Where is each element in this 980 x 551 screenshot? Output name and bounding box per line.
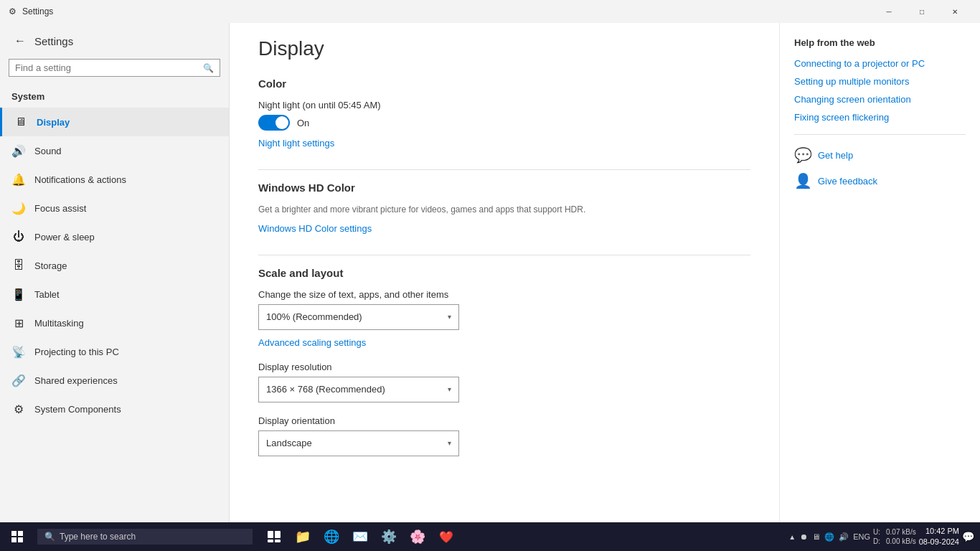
sidebar-header: ← Settings: [0, 23, 229, 56]
app-title: Settings: [22, 6, 53, 17]
orientation-dropdown-arrow: ▾: [448, 439, 451, 447]
language-label: ENG: [853, 532, 870, 541]
notification-icon[interactable]: ❤️: [433, 524, 459, 550]
sidebar-item-components[interactable]: ⚙ System Components: [0, 395, 229, 423]
sidebar-app-title: Settings: [34, 35, 73, 47]
sidebar-item-power[interactable]: ⏻ Power & sleep: [0, 222, 229, 251]
browser-icon[interactable]: 🌐: [319, 524, 344, 550]
right-panel: Help from the web Connecting to a projec…: [779, 23, 980, 522]
hd-color-settings-link[interactable]: Windows HD Color settings: [258, 223, 372, 234]
night-light-label: Night light (on until 05:45 AM): [258, 100, 750, 110]
night-light-toggle-row: On: [258, 115, 750, 131]
help-link-projector[interactable]: Connecting to a projector or PC: [794, 58, 966, 69]
settings-taskbar-icon[interactable]: ⚙️: [376, 524, 402, 550]
nav-label-power: Power & sleep: [34, 232, 95, 242]
sidebar: ← Settings 🔍 System 🖥 Display 🔊 Sound 🔔 …: [0, 23, 230, 522]
date-display: 08-09-2024: [919, 537, 959, 547]
help-link-monitors[interactable]: Setting up multiple monitors: [794, 76, 966, 87]
sidebar-item-storage[interactable]: 🗄 Storage: [0, 251, 229, 280]
svg-rect-1: [18, 531, 23, 536]
sidebar-item-focus[interactable]: 🌙 Focus assist: [0, 194, 229, 222]
nav-label-projecting: Projecting to this PC: [34, 347, 119, 357]
get-help-text: Get help: [818, 150, 853, 161]
power-icon: ⏻: [11, 230, 26, 244]
search-input[interactable]: [15, 62, 203, 73]
maximize-button[interactable]: □: [905, 0, 938, 23]
svg-rect-7: [275, 540, 281, 542]
toggle-state: On: [297, 118, 309, 128]
svg-rect-5: [275, 531, 281, 538]
sidebar-item-notifications[interactable]: 🔔 Notifications & actions: [0, 165, 229, 194]
svg-rect-0: [11, 531, 17, 536]
resolution-group: Display resolution 980 × 551 (Recommend…: [258, 362, 750, 402]
sidebar-item-multitasking[interactable]: ⊞ Multitasking: [0, 309, 229, 337]
svg-rect-4: [268, 531, 273, 538]
sidebar-item-projecting[interactable]: 📡 Projecting to this PC: [0, 337, 229, 366]
scale-value: 100% (Recommended): [266, 311, 362, 322]
color-section: Color Night light (on until 05:45 AM) On…: [258, 77, 750, 149]
sidebar-item-display[interactable]: 🖥 Display: [0, 108, 229, 136]
taskbar-search-icon: 🔍: [44, 532, 55, 542]
advanced-scaling-link[interactable]: Advanced scaling settings: [258, 337, 366, 348]
nav-label-sound: Sound: [34, 146, 62, 156]
search-box[interactable]: 🔍: [9, 59, 220, 77]
taskbar-search[interactable]: 🔍 Type here to search: [37, 529, 253, 545]
record-icon: ⏺: [800, 532, 808, 541]
chevron-up-icon[interactable]: ▲: [788, 533, 796, 541]
taskview-icon[interactable]: [261, 524, 287, 550]
system-label: System: [0, 85, 229, 108]
taskbar-time[interactable]: 10:42 PM 08-09-2024: [919, 526, 959, 548]
hd-color-section: Windows HD Color Get a brighter and more…: [258, 182, 750, 235]
help-divider: [794, 134, 966, 135]
minimize-button[interactable]: ─: [872, 0, 905, 23]
scale-dropdown[interactable]: 100% (Recommended) ▾: [258, 304, 459, 330]
orientation-value: Landscape: [266, 438, 312, 448]
close-button[interactable]: ✕: [938, 0, 971, 23]
title-bar-controls: ─ □ ✕: [872, 0, 971, 23]
night-light-toggle[interactable]: [258, 115, 290, 131]
app-body: ← Settings 🔍 System 🖥 Display 🔊 Sound 🔔 …: [0, 23, 980, 522]
sidebar-item-shared[interactable]: 🔗 Shared experiences: [0, 366, 229, 395]
taskbar-icons: 📁 🌐 ✉️ ⚙️ 🌸 ❤️: [255, 524, 465, 550]
toggle-knob: [275, 116, 288, 129]
title-bar: ⚙ Settings ─ □ ✕: [0, 0, 980, 23]
resolution-label: Display resolution: [258, 362, 750, 372]
svg-rect-3: [18, 537, 23, 542]
mail-icon[interactable]: ✉️: [347, 524, 373, 550]
orientation-dropdown[interactable]: Landscape ▾: [258, 430, 459, 456]
night-light-settings-link[interactable]: Night light settings: [258, 138, 334, 149]
nav-label-focus: Focus assist: [34, 203, 86, 214]
resolution-dropdown-arrow: ▾: [448, 385, 451, 393]
back-button[interactable]: ←: [11, 32, 29, 50]
give-feedback-action[interactable]: 👤 Give feedback: [794, 172, 966, 189]
get-help-action[interactable]: 💬 Get help: [794, 146, 966, 164]
time-display: 10:42 PM: [919, 526, 959, 537]
scale-dropdown-arrow: ▾: [448, 313, 451, 321]
resolution-value: 980 × 551 (Recommended): [266, 384, 385, 395]
nav-label-components: System Components: [34, 404, 121, 415]
sidebar-item-sound[interactable]: 🔊 Sound: [0, 136, 229, 165]
sidebar-item-tablet[interactable]: 📱 Tablet: [0, 280, 229, 309]
start-button[interactable]: [0, 522, 34, 551]
nav-label-shared: Shared experiences: [34, 375, 118, 386]
title-bar-left: ⚙ Settings: [9, 6, 53, 17]
taskbar-sys: ▲ ⏺ 🖥 🌐 🔊 ENG: [788, 532, 870, 542]
help-link-flickering[interactable]: Fixing screen flickering: [794, 112, 966, 123]
storage-icon: 🗄: [11, 258, 26, 273]
notification-center-icon[interactable]: 💬: [962, 531, 974, 542]
divider-2: [258, 255, 750, 255]
nav-label-tablet: Tablet: [34, 289, 60, 300]
help-title: Help from the web: [794, 37, 966, 48]
file-explorer-icon[interactable]: 📁: [290, 524, 316, 550]
scale-change-label: Change the size of text, apps, and other…: [258, 289, 750, 300]
components-icon: ⚙: [11, 402, 26, 416]
volume-icon[interactable]: 🔊: [839, 532, 849, 542]
color-section-title: Color: [258, 77, 750, 90]
taskbar-network-stats: U:D: 0.07 kB/s0.00 kB/s: [873, 527, 916, 546]
help-link-orientation[interactable]: Changing screen orientation: [794, 94, 966, 105]
scale-section-title: Scale and layout: [258, 267, 750, 279]
resolution-dropdown[interactable]: 980 × 551 (Recommended) ▾: [258, 377, 459, 402]
flowers-icon[interactable]: 🌸: [405, 524, 430, 550]
svg-rect-2: [11, 537, 17, 542]
taskbar-right: ▲ ⏺ 🖥 🌐 🔊 ENG U:D: 0.07 kB/s0.00 kB/s 10…: [788, 526, 980, 548]
